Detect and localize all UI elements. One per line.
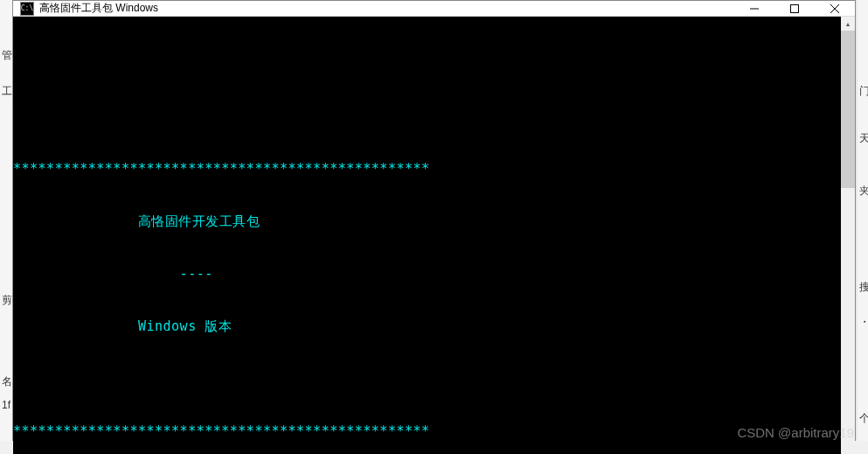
maximize-button[interactable]: [774, 1, 815, 16]
svg-rect-1: [791, 4, 799, 12]
scroll-up-button[interactable]: ▴: [841, 17, 855, 31]
bg-char: 名: [2, 374, 12, 389]
bg-char: 管: [2, 48, 12, 63]
console-line: Windows 版本: [13, 318, 841, 335]
bg-char: 剪: [2, 293, 12, 308]
console-line: ****************************************…: [13, 160, 841, 178]
window-titlebar[interactable]: C:\ 高恪固件工具包 Windows: [13, 1, 855, 17]
window-title: 高恪固件工具包 Windows: [39, 1, 734, 16]
minimize-button[interactable]: [734, 1, 774, 16]
console-line: ****************************************…: [13, 423, 841, 440]
bg-char: 天: [859, 131, 868, 146]
console-line: [13, 55, 841, 73]
console-output[interactable]: ****************************************…: [13, 17, 841, 454]
vertical-scrollbar[interactable]: ▴ ▾: [841, 17, 855, 454]
console-line: [13, 108, 841, 125]
background-right-strip: 门 天 夹 搜 ・ 个: [858, 0, 868, 454]
console-line: 高恪固件开发工具包: [13, 213, 841, 230]
console-line: [13, 370, 841, 388]
close-button[interactable]: [815, 1, 855, 16]
bg-char: 1f: [2, 399, 10, 411]
bg-char: ・: [859, 315, 868, 330]
console-body-wrap: ****************************************…: [13, 17, 855, 454]
console-app-icon: C:\: [20, 2, 34, 16]
window-controls: [734, 1, 855, 16]
console-window: C:\ 高恪固件工具包 Windows ********************…: [12, 0, 856, 441]
bg-char: 门: [859, 84, 868, 99]
bg-char: 夹: [859, 184, 868, 199]
console-line: ----: [13, 265, 841, 283]
bg-char: 个: [859, 411, 868, 426]
bg-char: 搜: [859, 280, 868, 295]
bg-char: 工: [2, 84, 12, 99]
scroll-thumb[interactable]: [841, 31, 855, 188]
